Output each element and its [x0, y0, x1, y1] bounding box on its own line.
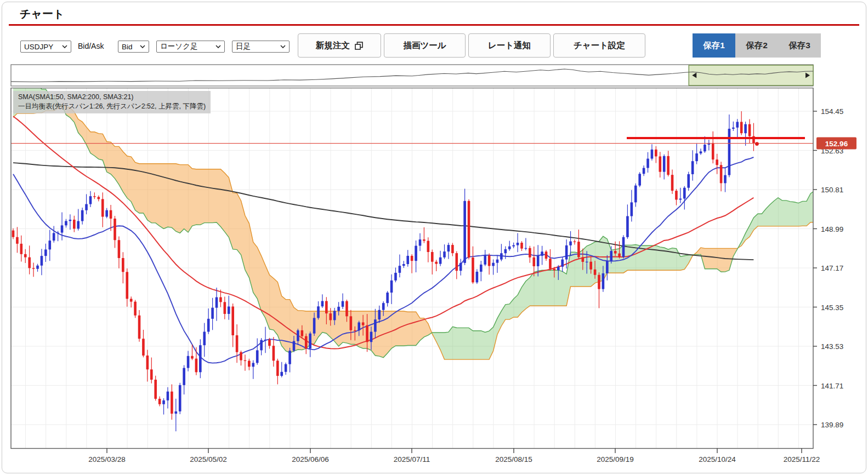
page-title: チャート	[20, 7, 64, 21]
bid-ask-select-value: Bid	[122, 43, 133, 51]
minimap-window[interactable]	[689, 65, 813, 85]
new-order-button-label: 新規注文	[316, 40, 350, 51]
timeframe-select[interactable]: 日足	[232, 41, 290, 53]
symbol-select-value: USDJPY	[24, 43, 53, 51]
chart-type-select[interactable]: ローソク足	[156, 41, 225, 53]
price-axis: 154.45152.63150.81148.99147.17145.35143.…	[813, 107, 843, 429]
date-tick-label: 2025/09/19	[597, 455, 634, 463]
date-tick-label: 2025/11/22	[784, 455, 820, 463]
chart-settings-button-label: チャート設定	[574, 40, 625, 51]
chart-settings-button[interactable]: チャート設定	[553, 33, 645, 58]
rate-alert-button-label: レート通知	[488, 40, 531, 51]
date-tick-label: 2025/06/06	[292, 455, 329, 463]
indicator-legend: SMA(SMA1:50, SMA2:200, SMA3:21) 一目均衡表(先行…	[13, 91, 211, 113]
save-tab-2[interactable]: 保存2	[735, 33, 778, 58]
title-divider	[9, 24, 859, 26]
price-tick-label: 143.53	[821, 342, 843, 351]
minimap[interactable]	[0, 64, 868, 87]
price-tick-label: 145.35	[821, 304, 843, 312]
bid-ask-select[interactable]: Bid	[118, 41, 149, 53]
date-tick-label: 2025/10/24	[699, 455, 736, 463]
current-price-badge-label: 152.96	[825, 140, 848, 148]
chevron-down-icon	[140, 45, 145, 48]
date-tick-label: 2025/05/02	[190, 455, 227, 463]
new-order-button[interactable]: 新規注文	[298, 33, 381, 58]
new-window-icon	[355, 42, 363, 50]
symbol-select[interactable]: USDJPY	[20, 41, 71, 53]
drawing-tools-button[interactable]: 描画ツール	[384, 33, 466, 58]
chevron-down-icon	[280, 45, 286, 48]
price-tick-label: 150.81	[821, 186, 843, 194]
date-tick-label: 2025/07/11	[394, 455, 430, 463]
price-tick-label: 154.45	[821, 107, 843, 116]
sma-legend-label: SMA(SMA1:50, SMA2:200, SMA3:21)	[18, 93, 206, 102]
save-tab-1[interactable]: 保存1	[693, 33, 735, 58]
save-tab-3[interactable]: 保存3	[778, 33, 821, 58]
date-tick-label: 2025/08/15	[495, 455, 532, 463]
save-tabs-group: 保存1保存2保存3	[693, 33, 821, 58]
rate-alert-button[interactable]: レート通知	[468, 33, 551, 58]
chevron-down-icon	[215, 45, 221, 48]
chevron-down-icon	[62, 45, 67, 48]
price-tick-label: 148.99	[821, 225, 843, 233]
price-tick-label: 147.17	[821, 264, 843, 272]
price-tick-label: 141.71	[821, 382, 843, 390]
timeframe-select-value: 日足	[236, 42, 251, 51]
ichimoku-legend-label: 一目均衡表(先行スパン1:26, 先行スパン2:52, 上昇雲, 下降雲)	[18, 102, 206, 111]
drawing-tools-button-label: 描画ツール	[403, 40, 446, 51]
date-tick-label: 2025/03/28	[88, 455, 126, 463]
date-axis: 2025/03/282025/05/022025/06/062025/07/11…	[88, 448, 820, 463]
current-price-marker	[755, 142, 759, 146]
bid-ask-label: Bid/Ask	[78, 42, 104, 50]
chart-canvas[interactable]: 154.45152.63150.81148.99147.17145.35143.…	[0, 88, 868, 471]
chart-type-select-value: ローソク足	[160, 42, 197, 51]
price-tick-label: 139.89	[821, 421, 843, 429]
